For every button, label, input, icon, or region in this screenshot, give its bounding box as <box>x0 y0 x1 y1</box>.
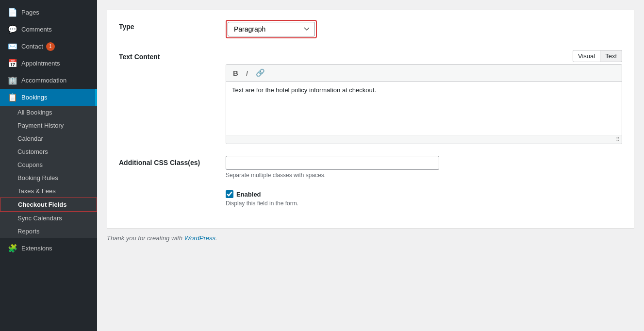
enabled-row: Enabled Display this field in the form. <box>119 190 622 207</box>
enabled-field-label-spacer <box>119 190 226 193</box>
sidebar-item-label: Appointments <box>21 60 60 67</box>
bookings-submenu: All Bookings Payment History Calendar Cu… <box>0 106 97 238</box>
sidebar-item-pages[interactable]: 📄 Pages <box>0 4 97 21</box>
sidebar-item-label: Contact <box>21 43 43 50</box>
main-content: Type Paragraph Heading 1 Heading 2 Headi… <box>97 0 644 331</box>
footer-text-before: Thank you for creating with <box>107 234 184 242</box>
sidebar-top-menu: 📄 Pages 💬 Comments ✉️ Contact 1 📅 Appoin… <box>0 0 97 257</box>
text-content-label: Text Content <box>119 50 226 61</box>
editor-toolbar: B I 🔗 <box>226 65 622 82</box>
type-field-content: Paragraph Heading 1 Heading 2 Heading 3 <box>226 20 622 38</box>
sidebar-sub-item-reports[interactable]: Reports <box>0 225 97 238</box>
tab-visual[interactable]: Visual <box>573 50 600 62</box>
additional-css-input[interactable] <box>226 156 439 170</box>
additional-css-label: Additional CSS Class(es) <box>119 156 226 166</box>
sidebar-item-extensions[interactable]: 🧩 Extensions <box>0 240 97 257</box>
editor-wrapper: B I 🔗 Text are for the hotel policy info… <box>226 64 622 144</box>
text-content-row: Text Content Visual Text <box>119 50 622 144</box>
sidebar-item-contact[interactable]: ✉️ Contact 1 <box>0 38 97 55</box>
type-select[interactable]: Paragraph Heading 1 Heading 2 Heading 3 <box>228 22 315 36</box>
sidebar-item-label: Extensions <box>21 245 52 252</box>
text-content-header: Visual Text <box>226 50 622 62</box>
sidebar-sub-item-calendar[interactable]: Calendar <box>0 132 97 145</box>
appointments-icon: 📅 <box>8 59 17 68</box>
sidebar-item-comments[interactable]: 💬 Comments <box>0 21 97 38</box>
sidebar-item-appointments[interactable]: 📅 Appointments <box>0 55 97 72</box>
contact-icon: ✉️ <box>8 42 17 51</box>
sidebar-sub-item-payment-history[interactable]: Payment History <box>0 119 97 132</box>
italic-button[interactable]: I <box>244 68 250 78</box>
sidebar-item-label: Bookings <box>21 94 47 101</box>
sidebar-sub-item-checkout-fields[interactable]: Checkout Fields <box>0 198 97 212</box>
footer-text-after: . <box>215 234 217 242</box>
sidebar: 📄 Pages 💬 Comments ✉️ Contact 1 📅 Appoin… <box>0 0 97 331</box>
editor-body[interactable]: Text are for the hotel policy informatio… <box>226 82 622 135</box>
sidebar-item-label: Comments <box>21 26 52 33</box>
tab-text[interactable]: Text <box>600 50 622 62</box>
sidebar-item-bookings[interactable]: 📋 Bookings <box>0 89 97 106</box>
type-select-wrapper: Paragraph Heading 1 Heading 2 Heading 3 <box>226 20 317 38</box>
extensions-icon: 🧩 <box>8 244 17 253</box>
bookings-icon: 📋 <box>8 93 17 102</box>
editor-content: Text are for the hotel policy informatio… <box>232 86 376 94</box>
link-button[interactable]: 🔗 <box>254 67 267 78</box>
type-label: Type <box>119 20 226 31</box>
sidebar-sub-item-booking-rules[interactable]: Booking Rules <box>0 171 97 184</box>
sidebar-item-label: Pages <box>21 9 39 16</box>
sidebar-sub-item-customers[interactable]: Customers <box>0 145 97 158</box>
sidebar-sub-item-all-bookings[interactable]: All Bookings <box>0 106 97 119</box>
editor-resize-handle[interactable]: ⠿ <box>226 135 622 144</box>
footer: Thank you for creating with WordPress. <box>97 229 644 248</box>
sidebar-sub-item-sync-calendars[interactable]: Sync Calendars <box>0 212 97 225</box>
enabled-checkbox[interactable] <box>226 190 233 198</box>
type-row: Type Paragraph Heading 1 Heading 2 Headi… <box>119 20 622 38</box>
comments-icon: 💬 <box>8 25 17 34</box>
footer-wordpress-link[interactable]: WordPress <box>184 234 215 242</box>
content-area: Type Paragraph Heading 1 Heading 2 Headi… <box>107 10 634 229</box>
enabled-checkbox-row: Enabled <box>226 190 622 198</box>
css-hint: Separate multiple classes with spaces. <box>226 172 622 179</box>
sidebar-sub-item-coupons[interactable]: Coupons <box>0 158 97 171</box>
tab-buttons: Visual Text <box>573 50 622 62</box>
additional-css-content: Separate multiple classes with spaces. <box>226 156 622 179</box>
enabled-content: Enabled Display this field in the form. <box>226 190 622 207</box>
text-content-field: Visual Text <box>226 50 622 144</box>
bold-button[interactable]: B <box>231 68 240 78</box>
additional-css-row: Additional CSS Class(es) Separate multip… <box>119 156 622 179</box>
enabled-label[interactable]: Enabled <box>236 191 261 198</box>
pages-icon: 📄 <box>8 8 17 17</box>
accommodation-icon: 🏢 <box>8 76 17 85</box>
sidebar-item-label: Accommodation <box>21 77 66 84</box>
resize-icon: ⠿ <box>616 136 620 143</box>
enabled-hint: Display this field in the form. <box>226 200 622 207</box>
sidebar-item-accommodation[interactable]: 🏢 Accommodation <box>0 72 97 89</box>
contact-badge: 1 <box>46 42 55 51</box>
sidebar-sub-item-taxes-fees[interactable]: Taxes & Fees <box>0 184 97 198</box>
